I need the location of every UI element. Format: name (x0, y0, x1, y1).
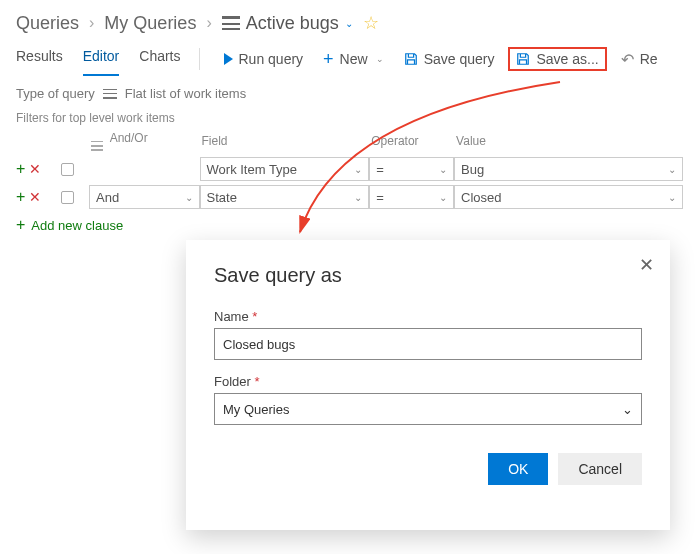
new-button[interactable]: + New ⌄ (317, 46, 390, 72)
save-icon (404, 52, 418, 66)
tabs: Results Editor Charts (16, 42, 181, 76)
folder-label: Folder * (214, 374, 642, 389)
undo-label: Re (640, 51, 658, 67)
tab-results[interactable]: Results (16, 42, 63, 76)
chevron-right-icon: › (206, 14, 211, 32)
chevron-down-icon: ⌄ (185, 192, 193, 203)
plus-icon: + (16, 217, 25, 233)
save-label: Save query (424, 51, 495, 67)
chevron-down-icon: ⌄ (622, 402, 633, 417)
saveas-label: Save as... (536, 51, 598, 67)
chevron-down-icon[interactable]: ⌄ (345, 18, 353, 29)
breadcrumb: Queries › My Queries › Active bugs ⌄ ☆ (0, 0, 699, 42)
query-type-value[interactable]: Flat list of work items (125, 86, 246, 101)
dialog-title: Save query as (214, 264, 642, 287)
separator (199, 48, 200, 70)
filter-row: + ✕ And⌄ State⌄ =⌄ Closed⌄ (16, 183, 683, 211)
row-checkbox[interactable] (61, 163, 74, 176)
folder-select[interactable]: My Queries ⌄ (214, 393, 642, 425)
col-andor: And/Or (110, 131, 148, 145)
field-select[interactable]: State⌄ (200, 185, 370, 209)
chevron-down-icon: ⌄ (439, 192, 447, 203)
add-clause-label: Add new clause (31, 218, 123, 233)
add-clause-button[interactable]: + Add new clause (16, 211, 683, 239)
delete-row-icon[interactable]: ✕ (29, 190, 41, 204)
name-label: Name * (214, 309, 642, 324)
save-query-button[interactable]: Save query (398, 47, 501, 71)
star-icon[interactable]: ☆ (363, 12, 379, 34)
filters-heading: Filters for top level work items (0, 107, 699, 127)
save-as-icon (516, 52, 530, 66)
cancel-button[interactable]: Cancel (558, 453, 642, 485)
save-as-button[interactable]: Save as... (508, 47, 606, 71)
breadcrumb-current[interactable]: Active bugs ⌄ (222, 13, 353, 34)
chevron-down-icon: ⌄ (376, 54, 384, 64)
folder-value: My Queries (223, 402, 289, 417)
breadcrumb-my-queries[interactable]: My Queries (104, 13, 196, 34)
list-icon (222, 16, 240, 30)
run-query-button[interactable]: Run query (218, 47, 310, 71)
value-select[interactable]: Bug⌄ (454, 157, 683, 181)
filters-header-row: And/Or Field Operator Value (16, 127, 683, 155)
close-icon[interactable]: ✕ (639, 256, 654, 274)
tab-charts[interactable]: Charts (139, 42, 180, 76)
query-type-row: Type of query Flat list of work items (0, 76, 699, 107)
breadcrumb-title: Active bugs (246, 13, 339, 34)
chevron-right-icon: › (89, 14, 94, 32)
play-icon (224, 53, 233, 65)
col-field: Field (200, 134, 370, 148)
name-field[interactable] (214, 328, 642, 360)
add-row-icon[interactable]: + (16, 161, 25, 177)
filters-table: And/Or Field Operator Value + ✕ Work Ite… (0, 127, 699, 239)
chevron-down-icon: ⌄ (439, 164, 447, 175)
add-row-icon[interactable]: + (16, 189, 25, 205)
run-label: Run query (239, 51, 304, 67)
chevron-down-icon: ⌄ (354, 164, 362, 175)
topbar: Results Editor Charts Run query + New ⌄ … (0, 42, 699, 76)
value-select[interactable]: Closed⌄ (454, 185, 683, 209)
filter-row: + ✕ Work Item Type⌄ =⌄ Bug⌄ (16, 155, 683, 183)
delete-row-icon[interactable]: ✕ (29, 162, 41, 176)
col-value: Value (454, 134, 683, 148)
chevron-down-icon: ⌄ (668, 164, 676, 175)
row-checkbox[interactable] (61, 191, 74, 204)
operator-select[interactable]: =⌄ (369, 157, 454, 181)
col-operator: Operator (369, 134, 454, 148)
breadcrumb-root[interactable]: Queries (16, 13, 79, 34)
tab-editor[interactable]: Editor (83, 42, 120, 76)
save-as-dialog: ✕ Save query as Name * Folder * My Queri… (186, 240, 670, 530)
chevron-down-icon: ⌄ (354, 192, 362, 203)
chevron-down-icon: ⌄ (668, 192, 676, 203)
undo-button[interactable]: ↶ Re (615, 46, 664, 73)
undo-icon: ↶ (621, 50, 634, 69)
new-label: New (340, 51, 368, 67)
ok-button[interactable]: OK (488, 453, 548, 485)
plus-icon: + (323, 50, 334, 68)
group-icon (91, 141, 103, 151)
query-type-label: Type of query (16, 86, 95, 101)
andor-select[interactable]: And⌄ (89, 185, 200, 209)
field-select[interactable]: Work Item Type⌄ (200, 157, 370, 181)
operator-select[interactable]: =⌄ (369, 185, 454, 209)
flat-list-icon (103, 89, 117, 99)
